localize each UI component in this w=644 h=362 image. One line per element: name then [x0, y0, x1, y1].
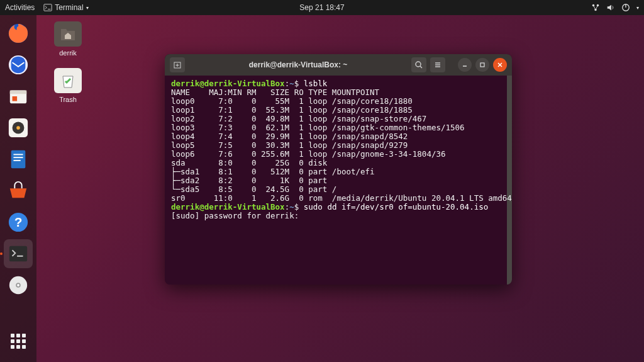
minimize-icon [462, 62, 468, 68]
home-folder-icon [60, 26, 76, 42]
thunderbird-icon [8, 54, 29, 76]
lsblk-row: loop5 7:5 0 30.3M 1 loop /snap/snapd/927… [171, 140, 408, 150]
svg-text:?: ? [14, 215, 23, 229]
dock-thunderbird[interactable] [4, 50, 33, 79]
menu-button[interactable] [430, 57, 445, 72]
dock-firefox[interactable] [4, 19, 33, 48]
dock-help[interactable]: ? [4, 208, 33, 237]
dock-software[interactable] [4, 176, 33, 205]
svg-rect-17 [13, 160, 20, 161]
music-icon [8, 117, 29, 139]
terminal-icon [8, 243, 29, 264]
app-menu-label: Terminal [55, 3, 83, 12]
minimize-button[interactable] [458, 58, 472, 72]
lsblk-row: loop2 7:2 0 49.8M 1 loop /snap/snap-stor… [171, 114, 426, 123]
lsblk-row: sr0 11:0 1 2.6G 0 rom /media/derrik/Ubun… [171, 193, 512, 203]
lsblk-row: loop0 7:0 0 55M 1 loop /snap/core18/1880 [171, 96, 413, 106]
svg-point-13 [16, 126, 20, 130]
svg-rect-15 [13, 154, 23, 156]
prompt-user: derrik@derrik-VirtualBox [171, 202, 285, 212]
window-title: derrik@derrik-VirtualBox: ~ [189, 60, 408, 69]
lsblk-row: sda 8:0 0 25G 0 disk [171, 158, 332, 167]
lsblk-header: NAME MAJ:MIN RM SIZE RO TYPE MOUNTPOINT [171, 88, 379, 97]
svg-rect-9 [10, 91, 26, 94]
maximize-icon [479, 62, 486, 68]
search-icon [414, 60, 423, 69]
prompt-path: ~ [289, 79, 294, 88]
svg-rect-20 [9, 246, 27, 262]
dock-terminal[interactable] [4, 239, 33, 268]
svg-point-23 [17, 284, 19, 286]
top-panel: Activities Terminal ▾ Sep 21 18:47 ▾ [0, 0, 644, 15]
network-icon[interactable] [591, 3, 600, 12]
svg-rect-16 [13, 157, 23, 158]
maximize-button[interactable] [475, 58, 489, 72]
firefox-icon [8, 23, 29, 44]
command-2: sudo dd if=/dev/sr0 of=ubuntu-20.04.iso [304, 202, 489, 212]
app-menu[interactable]: Terminal ▾ [43, 3, 88, 12]
clock[interactable]: Sep 21 18:47 [299, 3, 344, 12]
close-button[interactable] [493, 58, 507, 72]
writer-icon [8, 149, 29, 170]
prompt-path: ~ [289, 202, 294, 212]
svg-rect-10 [13, 96, 18, 101]
svg-point-27 [416, 62, 421, 67]
dock-files[interactable] [4, 82, 33, 111]
desktop-trash-label: Trash [49, 96, 87, 103]
sudo-prompt: [sudo] password for derrik: [171, 211, 304, 220]
new-tab-icon [173, 60, 182, 69]
power-icon[interactable] [621, 3, 630, 12]
hamburger-icon [433, 60, 442, 69]
svg-rect-33 [480, 63, 484, 67]
show-applications-button[interactable] [4, 327, 33, 356]
activities-button[interactable]: Activities [5, 3, 35, 12]
desktop-home-folder[interactable]: derrik [49, 21, 87, 57]
software-icon [8, 180, 29, 201]
lsblk-row: ├─sda1 8:1 0 512M 0 part /boot/efi [171, 167, 375, 176]
svg-rect-14 [11, 150, 26, 168]
terminal-body[interactable]: derrik@derrik-VirtualBox:~$ lsblk NAME M… [165, 76, 512, 285]
command-1: lsblk [304, 79, 328, 88]
trash-icon [61, 72, 75, 89]
dock-rhythmbox[interactable] [4, 113, 33, 142]
new-tab-button[interactable] [170, 57, 185, 72]
prompt-user: derrik@derrik-VirtualBox [171, 79, 285, 88]
svg-line-28 [420, 66, 422, 68]
terminal-window: derrik@derrik-VirtualBox: ~ derrik@derri… [165, 54, 512, 285]
chevron-down-icon: ▾ [86, 5, 89, 11]
dock-libreoffice-writer[interactable] [4, 145, 33, 174]
desktop-trash[interactable]: Trash [49, 68, 87, 103]
search-button[interactable] [411, 57, 426, 72]
lsblk-row: loop3 7:3 0 62.1M 1 loop /snap/gtk-commo… [171, 123, 465, 132]
dock-disc[interactable] [4, 271, 33, 300]
lsblk-row: loop1 7:1 0 55.3M 1 loop /snap/core18/18… [171, 105, 413, 115]
volume-icon[interactable] [606, 3, 615, 12]
svg-rect-0 [44, 4, 52, 11]
dock: ? [0, 15, 36, 362]
lsblk-row: loop6 7:6 0 255.6M 1 loop /snap/gnome-3-… [171, 149, 446, 159]
close-icon [497, 62, 503, 68]
disc-icon [8, 274, 29, 296]
titlebar[interactable]: derrik@derrik-VirtualBox: ~ [165, 54, 512, 76]
lsblk-row: └─sda5 8:5 0 24.5G 0 part / [171, 184, 336, 194]
lsblk-row: loop4 7:4 0 29.9M 1 loop /snap/snapd/854… [171, 132, 408, 141]
desktop-home-label: derrik [49, 49, 87, 57]
terminal-icon [43, 3, 52, 12]
lsblk-row: ├─sda2 8:2 0 1K 0 part [171, 176, 332, 185]
help-icon: ? [8, 212, 29, 233]
files-icon [8, 86, 29, 107]
chevron-down-icon[interactable]: ▾ [636, 5, 639, 11]
apps-grid-icon [11, 334, 26, 349]
